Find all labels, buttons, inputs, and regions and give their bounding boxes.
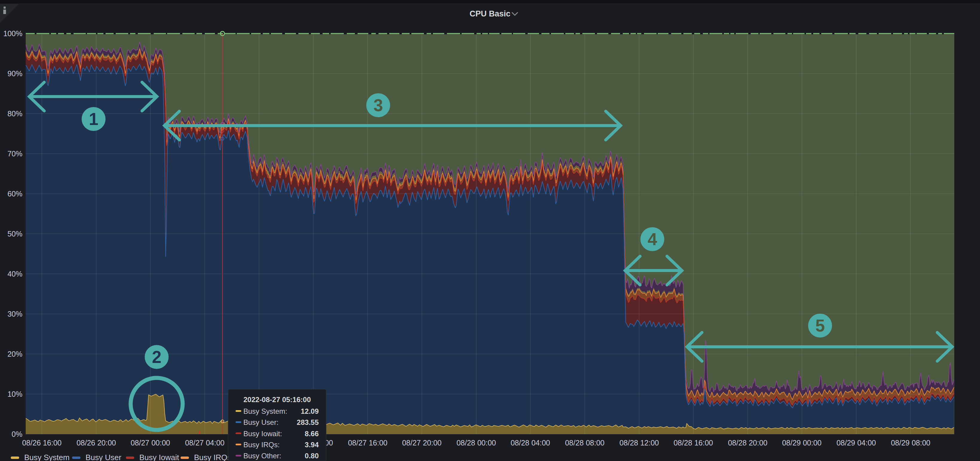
svg-text:08/29 04:00: 08/29 04:00 — [837, 439, 876, 447]
svg-text:60%: 60% — [8, 189, 22, 198]
svg-text:08/29 00:00: 08/29 00:00 — [782, 439, 822, 447]
svg-text:CPU Basic: CPU Basic — [470, 9, 511, 18]
svg-text:20%: 20% — [8, 350, 22, 358]
svg-text:3.94: 3.94 — [305, 441, 319, 449]
svg-text:283.55: 283.55 — [297, 418, 319, 426]
svg-text:80%: 80% — [8, 110, 22, 118]
svg-text:70%: 70% — [8, 149, 22, 158]
svg-text:Busy System:: Busy System: — [243, 407, 287, 415]
svg-text:10%: 10% — [8, 390, 22, 398]
svg-text:12.09: 12.09 — [301, 407, 319, 415]
svg-text:Busy System: Busy System — [24, 453, 70, 461]
svg-text:50%: 50% — [8, 230, 22, 238]
svg-text:08/28 16:00: 08/28 16:00 — [674, 439, 713, 447]
svg-text:90%: 90% — [8, 69, 22, 78]
svg-text:08/26 20:00: 08/26 20:00 — [76, 439, 116, 447]
svg-text:08/28 08:00: 08/28 08:00 — [565, 439, 605, 447]
svg-text:08/27 04:00: 08/27 04:00 — [185, 439, 224, 447]
svg-text:Busy Iowait: Busy Iowait — [139, 453, 180, 461]
svg-text:08/27 00:00: 08/27 00:00 — [130, 439, 170, 447]
svg-text:Busy IRQs: Busy IRQs — [194, 453, 231, 461]
svg-text:Busy IRQs:: Busy IRQs: — [243, 441, 280, 449]
svg-text:08/28 20:00: 08/28 20:00 — [728, 439, 767, 447]
svg-text:08/27 20:00: 08/27 20:00 — [402, 439, 442, 447]
svg-text:40%: 40% — [8, 270, 22, 278]
svg-text:0.80: 0.80 — [305, 452, 319, 460]
svg-text:0%: 0% — [12, 430, 22, 438]
svg-text:1: 1 — [89, 110, 99, 129]
svg-text:Busy Iowait:: Busy Iowait: — [243, 429, 282, 438]
svg-text:Busy Other:: Busy Other: — [243, 452, 281, 460]
svg-text:08/28 12:00: 08/28 12:00 — [619, 439, 659, 447]
svg-text:2022-08-27 05:16:00: 2022-08-27 05:16:00 — [243, 396, 311, 404]
svg-text:2: 2 — [152, 347, 161, 367]
svg-text:Busy User: Busy User — [86, 453, 121, 461]
svg-text:08/26 16:00: 08/26 16:00 — [22, 439, 62, 447]
svg-text:5: 5 — [815, 316, 825, 335]
svg-text:08/28 04:00: 08/28 04:00 — [511, 439, 550, 447]
svg-text:Busy User:: Busy User: — [243, 418, 278, 426]
svg-text:30%: 30% — [8, 310, 22, 318]
svg-text:08/29 08:00: 08/29 08:00 — [891, 439, 931, 447]
svg-text:100%: 100% — [3, 29, 22, 38]
svg-text:08/27 16:00: 08/27 16:00 — [348, 439, 387, 447]
svg-text:08/28 00:00: 08/28 00:00 — [457, 439, 496, 447]
svg-text:4: 4 — [648, 230, 657, 249]
svg-text:8.66: 8.66 — [305, 429, 319, 438]
svg-text:3: 3 — [374, 96, 383, 115]
